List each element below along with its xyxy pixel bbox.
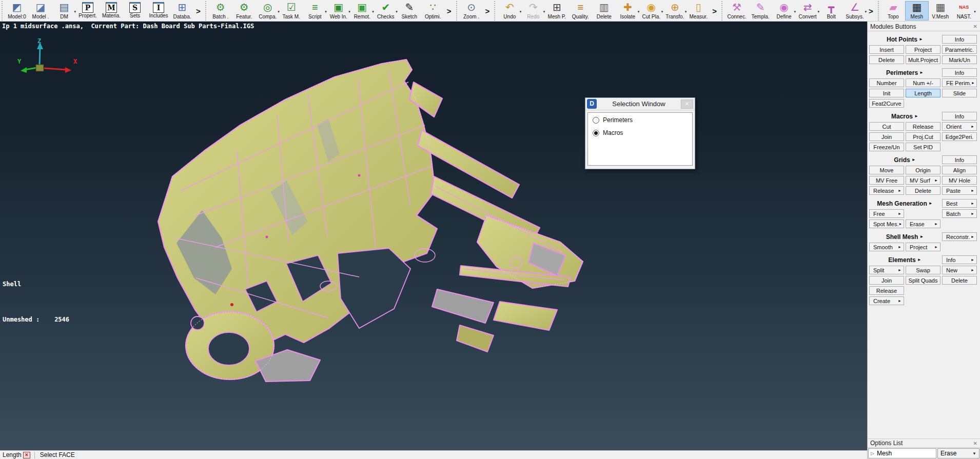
button-move[interactable]: Move [869,166,904,174]
toolbar-item-checks[interactable]: ✔Checks▾ [374,1,398,21]
button-reconstruct[interactable]: Reconstr.► [942,232,977,241]
group-header-macros[interactable]: Macros► [869,113,940,120]
button-mult-project[interactable]: Mult.Project [906,55,940,64]
close-icon[interactable]: ✕ [973,441,977,446]
button-number[interactable]: Number [869,78,904,87]
button-erase-mesh[interactable]: Erase► [906,219,940,228]
toolbar-item-bolt[interactable]: ┳Bolt [819,1,843,21]
dialog-close-button[interactable]: ✕ [681,99,693,109]
button-origin[interactable]: Origin [906,166,940,174]
modules-buttons-header[interactable]: Modules Buttons ✕ [868,22,980,31]
button-macros-info[interactable]: Info [942,112,977,121]
button-length-active[interactable]: Length [906,89,940,97]
toolbar-item-mesh-active[interactable]: ▦Mesh [905,1,929,21]
group-header-shell-mesh[interactable]: Shell Mesh► [869,233,940,241]
group-header-hot-points[interactable]: Hot Points► [869,36,940,43]
button-perimeters-info[interactable]: Info [942,68,977,77]
tree-expander-icon[interactable]: ▷ [871,451,874,456]
button-hot-points-info[interactable]: Info [942,35,977,44]
options-tree-item-mesh[interactable]: ▷ Mesh [868,448,936,458]
toolbar-item-measure[interactable]: ▯Measur. [687,1,710,21]
viewport-3d[interactable]: Ip 1 midsurface .ansa, Current Part: Das… [0,22,867,450]
toolbar-item-dm[interactable]: ▤DM▾ [52,1,76,21]
close-icon[interactable]: ✕ [973,24,977,29]
button-num-plus-minus[interactable]: Num +/- [906,78,940,87]
button-create-element[interactable]: Create► [869,296,904,305]
cancel-function-icon[interactable]: ✕ [23,452,30,458]
button-split[interactable]: Split► [869,266,904,274]
toolbar-item-sketch[interactable]: ✎Sketch [398,1,421,21]
toolbar-item-sets[interactable]: SSets [123,1,147,21]
toolbar-item-template[interactable]: ✎Templa. [749,1,772,21]
toolbar-item-properties[interactable]: PPropert. [76,1,100,21]
radio-option-macros[interactable]: Macros [593,129,688,136]
toolbar-item-includes[interactable]: IIncludes [147,1,170,21]
button-parametric[interactable]: Parametric. [942,45,977,54]
toolbar-item-materials[interactable]: MMateria. [100,1,123,21]
button-mv-surf[interactable]: MV Surf► [906,176,940,185]
button-mark-un[interactable]: Mark/Un [942,55,977,64]
button-mv-hole[interactable]: MV Hole [942,176,977,185]
button-release-grid[interactable]: Release► [869,186,904,195]
toolbar-item-cut-plane[interactable]: ◉Cut Pla.▾ [639,1,663,21]
button-grids-info[interactable]: Info [942,155,977,164]
button-slide[interactable]: Slide [942,89,977,97]
toolbar-item-subsystems[interactable]: ∠Subsys.▾ [843,1,867,21]
group-expander-icon[interactable]: > [194,7,203,15]
toolbar-item-model0[interactable]: ◩Model:0 [5,1,29,21]
button-delete-grid[interactable]: Delete [906,186,940,195]
toolbar-item-connections[interactable]: ⚒Connec. [725,1,749,21]
group-expander-icon[interactable]: > [867,7,875,15]
toolbar-item-nastran[interactable]: NASNAST.▾ [952,1,976,21]
group-header-mesh-generation[interactable]: Mesh Generation► [869,200,940,207]
toolbar-item-zoom[interactable]: ⊙Zoom . [460,1,483,21]
group-expander-icon[interactable]: > [710,7,719,15]
button-insert[interactable]: Insert [869,45,904,54]
toolbar-item-database[interactable]: ⊞Databa. [170,1,194,21]
button-project-shell[interactable]: Project► [906,243,940,251]
button-paste[interactable]: Paste► [942,186,977,195]
button-edge2peri[interactable]: Edge2Peri. [942,132,977,141]
button-delete-hotpoint[interactable]: Delete [869,55,904,64]
button-join-element[interactable]: Join [869,276,904,285]
button-project[interactable]: Project [906,45,940,54]
toolbar-item-vmesh[interactable]: ▦V.Mesh [929,1,952,21]
toolbar-item-define[interactable]: ◉Define▾ [772,1,796,21]
group-expander-icon[interactable]: > [483,7,492,15]
button-free-mesh[interactable]: Free► [869,209,904,218]
button-split-quads[interactable]: Split Quads [906,276,940,285]
toolbar-item-convert[interactable]: ⇄Convert▾ [796,1,819,21]
button-fe-perim[interactable]: FE Perim.► [942,78,977,87]
toolbar-item-batch[interactable]: ⚙Batch . [209,1,232,21]
toolbar-item-mesh-params[interactable]: ⊞Mesh P. [545,1,569,21]
group-expander-icon[interactable]: > [445,7,454,15]
dialog-titlebar[interactable]: D Selection Window ✕ [585,98,695,110]
toolbar-item-topo[interactable]: ▰Topo [881,1,905,21]
toolbar-item-web-interface[interactable]: ▣Web In.▾ [327,1,350,21]
toolbar-item-isolate[interactable]: ✚Isolate▾ [616,1,639,21]
group-header-elements[interactable]: Elements► [869,256,940,264]
button-init[interactable]: Init [869,89,904,97]
toolbar-item-undo[interactable]: ↶Undo▾ [498,1,521,21]
button-join-macro[interactable]: Join [869,132,904,141]
button-spot-mesh[interactable]: Spot Mes.► [869,219,904,228]
button-best[interactable]: Best► [942,199,977,208]
toolbar-item-features[interactable]: ⚙Featur. [232,1,256,21]
button-set-pid[interactable]: Set PID [906,143,940,151]
radio-option-perimeters[interactable]: Perimeters [593,116,688,124]
toolbar-item-remote[interactable]: ▣Remot.▾ [350,1,374,21]
toolbar-item-transform[interactable]: ⊕Transfo.▾ [663,1,687,21]
button-freeze-un[interactable]: Freeze/Un [869,143,904,151]
toolbar-item-script[interactable]: ≡Script▾ [303,1,327,21]
erase-dropdown[interactable]: Erase ▼ [937,448,979,458]
button-release-macro[interactable]: Release [906,122,940,131]
options-list-header[interactable]: Options List ✕ [868,438,980,448]
button-delete-element[interactable]: Delete [942,276,977,285]
button-cut[interactable]: Cut [869,122,904,131]
button-align[interactable]: Align [942,166,977,174]
button-new-element[interactable]: New► [942,266,977,274]
button-mv-free[interactable]: MV Free [869,176,904,185]
toolbar-item-compare[interactable]: ◎Compa.▾ [256,1,280,21]
button-swap[interactable]: Swap [906,266,940,274]
button-feat2curve[interactable]: Feat2Curve [869,99,904,108]
